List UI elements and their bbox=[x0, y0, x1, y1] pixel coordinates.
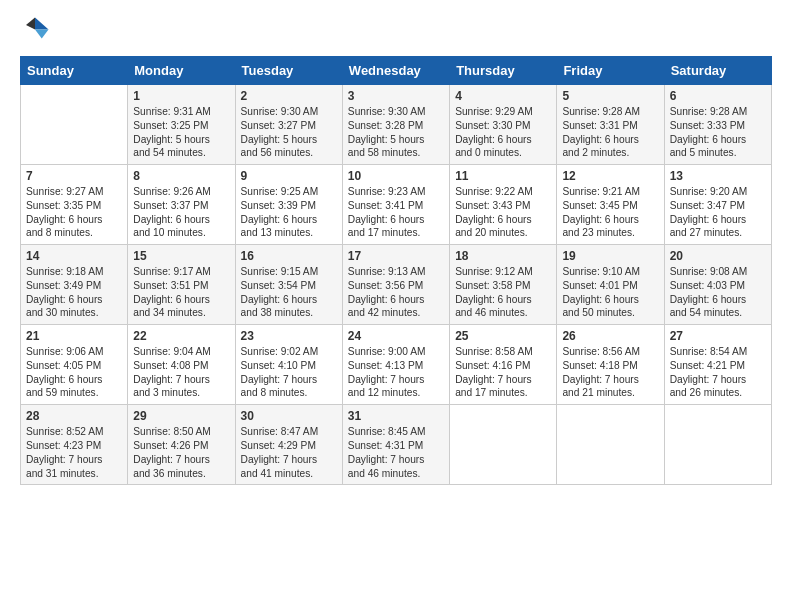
day-cell: 28Sunrise: 8:52 AM Sunset: 4:23 PM Dayli… bbox=[21, 405, 128, 485]
day-number: 24 bbox=[348, 329, 444, 343]
day-cell bbox=[664, 405, 771, 485]
logo bbox=[20, 16, 54, 46]
day-cell: 24Sunrise: 9:00 AM Sunset: 4:13 PM Dayli… bbox=[342, 325, 449, 405]
day-content: Sunrise: 8:54 AM Sunset: 4:21 PM Dayligh… bbox=[670, 345, 766, 400]
day-content: Sunrise: 9:12 AM Sunset: 3:58 PM Dayligh… bbox=[455, 265, 551, 320]
day-cell bbox=[450, 405, 557, 485]
day-cell: 23Sunrise: 9:02 AM Sunset: 4:10 PM Dayli… bbox=[235, 325, 342, 405]
day-content: Sunrise: 8:45 AM Sunset: 4:31 PM Dayligh… bbox=[348, 425, 444, 480]
day-content: Sunrise: 9:26 AM Sunset: 3:37 PM Dayligh… bbox=[133, 185, 229, 240]
day-content: Sunrise: 9:28 AM Sunset: 3:31 PM Dayligh… bbox=[562, 105, 658, 160]
day-content: Sunrise: 9:10 AM Sunset: 4:01 PM Dayligh… bbox=[562, 265, 658, 320]
header bbox=[20, 16, 772, 46]
day-cell: 31Sunrise: 8:45 AM Sunset: 4:31 PM Dayli… bbox=[342, 405, 449, 485]
day-cell: 4Sunrise: 9:29 AM Sunset: 3:30 PM Daylig… bbox=[450, 85, 557, 165]
day-number: 22 bbox=[133, 329, 229, 343]
logo-icon bbox=[20, 16, 50, 46]
day-cell: 20Sunrise: 9:08 AM Sunset: 4:03 PM Dayli… bbox=[664, 245, 771, 325]
day-content: Sunrise: 9:18 AM Sunset: 3:49 PM Dayligh… bbox=[26, 265, 122, 320]
col-header-saturday: Saturday bbox=[664, 57, 771, 85]
day-content: Sunrise: 8:47 AM Sunset: 4:29 PM Dayligh… bbox=[241, 425, 337, 480]
calendar-table: SundayMondayTuesdayWednesdayThursdayFrid… bbox=[20, 56, 772, 485]
svg-marker-0 bbox=[35, 18, 49, 30]
day-content: Sunrise: 9:30 AM Sunset: 3:27 PM Dayligh… bbox=[241, 105, 337, 160]
day-content: Sunrise: 8:58 AM Sunset: 4:16 PM Dayligh… bbox=[455, 345, 551, 400]
day-content: Sunrise: 9:30 AM Sunset: 3:28 PM Dayligh… bbox=[348, 105, 444, 160]
day-cell: 14Sunrise: 9:18 AM Sunset: 3:49 PM Dayli… bbox=[21, 245, 128, 325]
day-cell: 15Sunrise: 9:17 AM Sunset: 3:51 PM Dayli… bbox=[128, 245, 235, 325]
day-number: 25 bbox=[455, 329, 551, 343]
col-header-thursday: Thursday bbox=[450, 57, 557, 85]
day-content: Sunrise: 9:13 AM Sunset: 3:56 PM Dayligh… bbox=[348, 265, 444, 320]
day-cell: 9Sunrise: 9:25 AM Sunset: 3:39 PM Daylig… bbox=[235, 165, 342, 245]
day-cell: 12Sunrise: 9:21 AM Sunset: 3:45 PM Dayli… bbox=[557, 165, 664, 245]
day-content: Sunrise: 9:15 AM Sunset: 3:54 PM Dayligh… bbox=[241, 265, 337, 320]
day-cell: 22Sunrise: 9:04 AM Sunset: 4:08 PM Dayli… bbox=[128, 325, 235, 405]
day-number: 14 bbox=[26, 249, 122, 263]
day-number: 19 bbox=[562, 249, 658, 263]
day-cell: 21Sunrise: 9:06 AM Sunset: 4:05 PM Dayli… bbox=[21, 325, 128, 405]
day-cell bbox=[21, 85, 128, 165]
day-number: 5 bbox=[562, 89, 658, 103]
day-number: 13 bbox=[670, 169, 766, 183]
col-header-tuesday: Tuesday bbox=[235, 57, 342, 85]
svg-marker-2 bbox=[26, 18, 35, 30]
day-number: 11 bbox=[455, 169, 551, 183]
col-header-wednesday: Wednesday bbox=[342, 57, 449, 85]
day-content: Sunrise: 9:23 AM Sunset: 3:41 PM Dayligh… bbox=[348, 185, 444, 240]
day-cell: 3Sunrise: 9:30 AM Sunset: 3:28 PM Daylig… bbox=[342, 85, 449, 165]
day-number: 10 bbox=[348, 169, 444, 183]
day-content: Sunrise: 9:29 AM Sunset: 3:30 PM Dayligh… bbox=[455, 105, 551, 160]
day-cell: 27Sunrise: 8:54 AM Sunset: 4:21 PM Dayli… bbox=[664, 325, 771, 405]
svg-marker-1 bbox=[35, 30, 49, 39]
week-row-4: 21Sunrise: 9:06 AM Sunset: 4:05 PM Dayli… bbox=[21, 325, 772, 405]
day-number: 31 bbox=[348, 409, 444, 423]
day-cell: 13Sunrise: 9:20 AM Sunset: 3:47 PM Dayli… bbox=[664, 165, 771, 245]
day-cell: 16Sunrise: 9:15 AM Sunset: 3:54 PM Dayli… bbox=[235, 245, 342, 325]
day-content: Sunrise: 9:28 AM Sunset: 3:33 PM Dayligh… bbox=[670, 105, 766, 160]
day-cell: 10Sunrise: 9:23 AM Sunset: 3:41 PM Dayli… bbox=[342, 165, 449, 245]
day-content: Sunrise: 9:21 AM Sunset: 3:45 PM Dayligh… bbox=[562, 185, 658, 240]
day-content: Sunrise: 8:56 AM Sunset: 4:18 PM Dayligh… bbox=[562, 345, 658, 400]
day-content: Sunrise: 9:25 AM Sunset: 3:39 PM Dayligh… bbox=[241, 185, 337, 240]
day-cell: 6Sunrise: 9:28 AM Sunset: 3:33 PM Daylig… bbox=[664, 85, 771, 165]
day-number: 30 bbox=[241, 409, 337, 423]
day-content: Sunrise: 9:00 AM Sunset: 4:13 PM Dayligh… bbox=[348, 345, 444, 400]
day-content: Sunrise: 9:17 AM Sunset: 3:51 PM Dayligh… bbox=[133, 265, 229, 320]
day-cell: 25Sunrise: 8:58 AM Sunset: 4:16 PM Dayli… bbox=[450, 325, 557, 405]
day-content: Sunrise: 9:20 AM Sunset: 3:47 PM Dayligh… bbox=[670, 185, 766, 240]
day-number: 3 bbox=[348, 89, 444, 103]
day-number: 18 bbox=[455, 249, 551, 263]
day-cell: 18Sunrise: 9:12 AM Sunset: 3:58 PM Dayli… bbox=[450, 245, 557, 325]
day-content: Sunrise: 8:50 AM Sunset: 4:26 PM Dayligh… bbox=[133, 425, 229, 480]
day-number: 16 bbox=[241, 249, 337, 263]
day-content: Sunrise: 9:06 AM Sunset: 4:05 PM Dayligh… bbox=[26, 345, 122, 400]
day-number: 26 bbox=[562, 329, 658, 343]
day-content: Sunrise: 9:27 AM Sunset: 3:35 PM Dayligh… bbox=[26, 185, 122, 240]
day-number: 15 bbox=[133, 249, 229, 263]
day-number: 8 bbox=[133, 169, 229, 183]
day-number: 27 bbox=[670, 329, 766, 343]
week-row-2: 7Sunrise: 9:27 AM Sunset: 3:35 PM Daylig… bbox=[21, 165, 772, 245]
col-header-friday: Friday bbox=[557, 57, 664, 85]
day-cell: 8Sunrise: 9:26 AM Sunset: 3:37 PM Daylig… bbox=[128, 165, 235, 245]
day-cell: 5Sunrise: 9:28 AM Sunset: 3:31 PM Daylig… bbox=[557, 85, 664, 165]
week-row-1: 1Sunrise: 9:31 AM Sunset: 3:25 PM Daylig… bbox=[21, 85, 772, 165]
calendar-container: SundayMondayTuesdayWednesdayThursdayFrid… bbox=[0, 0, 792, 501]
day-cell: 26Sunrise: 8:56 AM Sunset: 4:18 PM Dayli… bbox=[557, 325, 664, 405]
header-row: SundayMondayTuesdayWednesdayThursdayFrid… bbox=[21, 57, 772, 85]
day-number: 7 bbox=[26, 169, 122, 183]
day-content: Sunrise: 9:04 AM Sunset: 4:08 PM Dayligh… bbox=[133, 345, 229, 400]
day-number: 9 bbox=[241, 169, 337, 183]
day-number: 2 bbox=[241, 89, 337, 103]
day-cell: 1Sunrise: 9:31 AM Sunset: 3:25 PM Daylig… bbox=[128, 85, 235, 165]
day-number: 28 bbox=[26, 409, 122, 423]
day-cell: 7Sunrise: 9:27 AM Sunset: 3:35 PM Daylig… bbox=[21, 165, 128, 245]
col-header-sunday: Sunday bbox=[21, 57, 128, 85]
day-number: 29 bbox=[133, 409, 229, 423]
day-content: Sunrise: 9:02 AM Sunset: 4:10 PM Dayligh… bbox=[241, 345, 337, 400]
day-cell: 30Sunrise: 8:47 AM Sunset: 4:29 PM Dayli… bbox=[235, 405, 342, 485]
day-number: 21 bbox=[26, 329, 122, 343]
day-number: 20 bbox=[670, 249, 766, 263]
day-cell: 19Sunrise: 9:10 AM Sunset: 4:01 PM Dayli… bbox=[557, 245, 664, 325]
